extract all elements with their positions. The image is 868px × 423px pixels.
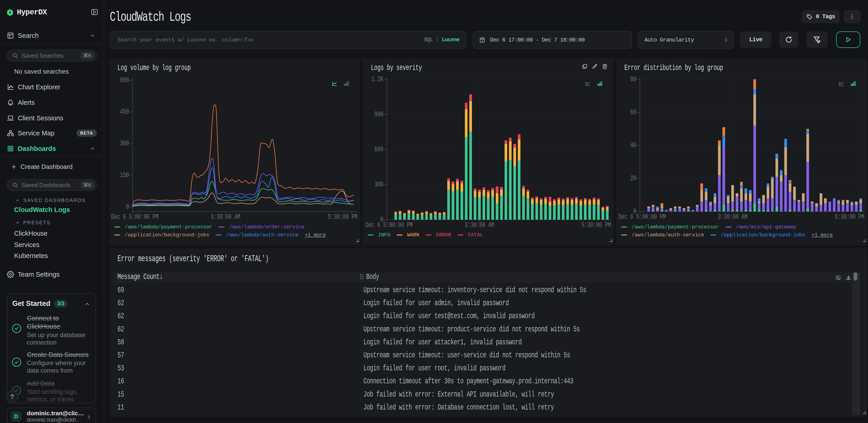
- svg-text:5:30:00 PM: 5:30:00 PM: [328, 213, 358, 221]
- svg-text:Dec 6 5:00:00 PM: Dec 6 5:00:00 PM: [111, 213, 158, 221]
- svg-text:600: 600: [120, 76, 129, 84]
- svg-text:450: 450: [120, 108, 129, 116]
- svg-text:80: 80: [630, 75, 636, 83]
- svg-text:3:30:00 AM: 3:30:00 AM: [211, 213, 240, 221]
- svg-text:3:30:00 AM: 3:30:00 AM: [718, 213, 747, 221]
- svg-text:5:30:00 PM: 5:30:00 PM: [835, 213, 864, 221]
- svg-text:300: 300: [120, 139, 129, 147]
- svg-text:150: 150: [120, 171, 129, 179]
- svg-text:900: 900: [374, 110, 383, 118]
- svg-text:5:30:00 PM: 5:30:00 PM: [581, 221, 611, 229]
- svg-text:1.2K: 1.2K: [371, 75, 383, 83]
- svg-text:600: 600: [374, 145, 383, 153]
- svg-text:0: 0: [126, 203, 129, 211]
- svg-text:20: 20: [630, 174, 636, 182]
- svg-text:3:30:00 AM: 3:30:00 AM: [465, 221, 494, 229]
- svg-text:40: 40: [630, 141, 636, 149]
- svg-text:60: 60: [630, 108, 636, 116]
- svg-text:300: 300: [374, 180, 383, 189]
- svg-text:Dec 6 5:00:00 PM: Dec 6 5:00:00 PM: [366, 221, 413, 229]
- svg-text:Dec 6 5:00:00 PM: Dec 6 5:00:00 PM: [618, 213, 666, 221]
